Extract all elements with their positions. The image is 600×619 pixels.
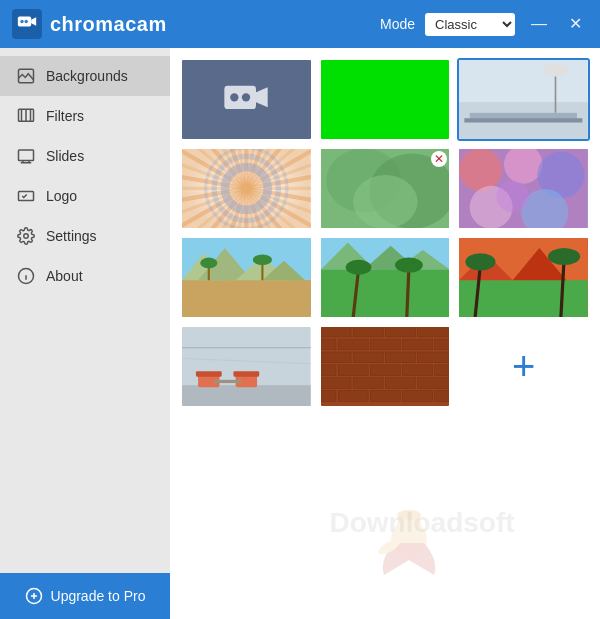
background-preview-sunburst — [182, 149, 311, 228]
backgrounds-icon — [16, 66, 36, 86]
background-item-office[interactable] — [457, 58, 590, 141]
svg-rect-112 — [385, 352, 415, 363]
mode-select[interactable]: Classic Advanced — [425, 13, 515, 36]
svg-marker-22 — [256, 88, 268, 108]
close-button[interactable]: ✕ — [563, 14, 588, 34]
svg-rect-124 — [338, 390, 368, 401]
sunburst-svg — [182, 149, 311, 228]
upgrade-icon — [25, 587, 43, 605]
watermark: Downloadsoft — [329, 507, 514, 539]
svg-point-14 — [24, 234, 29, 239]
app-header: chromacam Mode Classic Advanced — ✕ — [0, 0, 600, 48]
svg-line-81 — [406, 267, 408, 317]
sidebar-label-about: About — [46, 268, 83, 284]
background-item-room[interactable] — [180, 325, 313, 408]
app-logo-icon — [12, 9, 42, 39]
svg-rect-9 — [19, 150, 34, 161]
background-item-logo[interactable] — [180, 58, 313, 141]
svg-point-128 — [391, 520, 427, 560]
sidebar-item-settings[interactable]: Settings — [0, 216, 170, 256]
svg-rect-75 — [321, 269, 450, 316]
add-background-button[interactable]: + — [457, 325, 590, 408]
svg-point-88 — [466, 253, 496, 270]
svg-rect-109 — [434, 339, 449, 350]
svg-rect-118 — [434, 365, 449, 376]
svg-point-3 — [25, 20, 28, 23]
svg-rect-120 — [353, 377, 383, 388]
svg-point-82 — [395, 257, 423, 272]
background-preview-office — [459, 60, 588, 139]
svg-rect-94 — [182, 385, 311, 406]
background-preview-nature: ✕ — [321, 149, 450, 228]
background-item-nature[interactable]: ✕ — [319, 147, 452, 230]
slides-icon — [16, 146, 36, 166]
svg-rect-105 — [321, 339, 336, 350]
svg-rect-21 — [225, 86, 257, 109]
background-preview-room — [182, 327, 311, 406]
svg-rect-116 — [370, 365, 400, 376]
svg-point-80 — [345, 260, 371, 275]
svg-point-56 — [353, 175, 417, 228]
svg-point-73 — [253, 254, 272, 265]
svg-point-58 — [459, 149, 502, 191]
sidebar-label-slides: Slides — [46, 148, 84, 164]
filters-icon — [16, 106, 36, 126]
svg-rect-123 — [321, 390, 336, 401]
sidebar: Backgrounds Filters — [0, 48, 170, 619]
main-layout: Backgrounds Filters — [0, 48, 600, 619]
logo-icon — [16, 186, 36, 206]
about-icon — [16, 266, 36, 286]
sidebar-item-slides[interactable]: Slides — [0, 136, 170, 176]
upgrade-button[interactable]: Upgrade to Pro — [0, 573, 170, 619]
svg-rect-108 — [402, 339, 432, 350]
svg-point-71 — [200, 257, 217, 268]
add-icon: + — [512, 346, 535, 386]
background-item-tropical[interactable] — [319, 236, 452, 319]
minimize-button[interactable]: — — [525, 14, 553, 34]
background-item-palms[interactable] — [457, 236, 590, 319]
nature-svg — [321, 149, 450, 228]
backgrounds-content: ✕ — [170, 48, 600, 619]
background-item-brick[interactable] — [319, 325, 452, 408]
mode-label: Mode — [380, 16, 415, 32]
desert-svg — [182, 238, 311, 317]
svg-rect-102 — [353, 327, 383, 337]
svg-rect-126 — [402, 390, 432, 401]
sidebar-nav: Backgrounds Filters — [0, 48, 170, 573]
svg-rect-115 — [338, 365, 368, 376]
svg-point-23 — [230, 94, 238, 102]
svg-point-24 — [242, 94, 250, 102]
sidebar-item-logo[interactable]: Logo — [0, 176, 170, 216]
brick-svg — [321, 327, 450, 406]
logo-preview-icon — [221, 74, 271, 124]
svg-point-30 — [543, 64, 569, 77]
background-item-green[interactable] — [319, 58, 452, 141]
sidebar-item-about[interactable]: About — [0, 256, 170, 296]
svg-point-2 — [20, 20, 23, 23]
svg-rect-103 — [385, 327, 415, 337]
svg-point-131 — [376, 537, 402, 558]
svg-rect-104 — [417, 327, 449, 337]
svg-rect-96 — [196, 371, 222, 376]
svg-rect-122 — [417, 377, 449, 388]
office-preview-svg — [459, 60, 588, 139]
svg-rect-125 — [370, 390, 400, 401]
svg-rect-127 — [434, 390, 449, 401]
svg-rect-117 — [402, 365, 432, 376]
svg-point-63 — [497, 180, 529, 212]
svg-rect-113 — [417, 352, 449, 363]
mascot — [369, 505, 449, 589]
sidebar-label-settings: Settings — [46, 228, 97, 244]
header-right: Mode Classic Advanced — ✕ — [380, 13, 588, 36]
background-item-desert[interactable] — [180, 236, 313, 319]
background-item-colorful[interactable] — [457, 147, 590, 230]
settings-icon — [16, 226, 36, 246]
background-item-sunburst[interactable] — [180, 147, 313, 230]
sidebar-item-backgrounds[interactable]: Backgrounds — [0, 56, 170, 96]
sidebar-item-filters[interactable]: Filters — [0, 96, 170, 136]
background-preview-palms — [459, 238, 588, 317]
sidebar-label-backgrounds: Backgrounds — [46, 68, 128, 84]
svg-rect-119 — [321, 377, 351, 388]
svg-point-129 — [397, 513, 421, 537]
sidebar-label-filters: Filters — [46, 108, 84, 124]
